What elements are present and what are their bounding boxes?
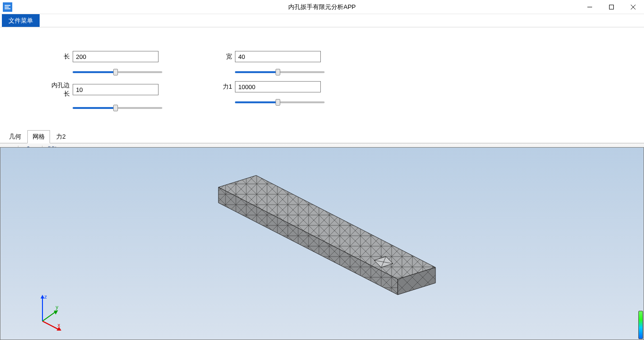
force1-input[interactable] — [235, 81, 321, 92]
tab-mesh[interactable]: 网格 — [27, 130, 50, 143]
param-row: 长 宽 — [9, 51, 635, 75]
parameter-panel: 长 宽 内孔边长 — [0, 27, 644, 131]
maximize-button[interactable] — [601, 0, 622, 14]
param-length: 长 — [47, 51, 162, 75]
svg-rect-1 — [5, 7, 9, 8]
svg-text:y: y — [56, 304, 59, 310]
tab-geometry[interactable]: 几何 — [4, 130, 26, 143]
axis-gizmo: z x y — [33, 293, 66, 331]
file-menu[interactable]: 文件菜单 — [2, 14, 40, 27]
svg-text:x: x — [58, 322, 60, 328]
3d-viewport[interactable]: z x y — [0, 147, 644, 340]
svg-text:z: z — [44, 294, 47, 299]
viewport-container: z x y — [0, 147, 644, 340]
window-title: 内孔扳手有限元分析APP — [288, 3, 356, 11]
close-button[interactable] — [622, 0, 644, 14]
svg-rect-0 — [5, 5, 10, 6]
param-hole-edge: 内孔边长 — [47, 81, 162, 111]
svg-line-32 — [42, 321, 59, 330]
minimize-button[interactable] — [579, 0, 601, 14]
length-input[interactable] — [73, 51, 159, 62]
window-controls — [579, 0, 644, 14]
hole-edge-input[interactable] — [73, 84, 159, 95]
length-label: 长 — [47, 52, 73, 61]
param-force1: 力1 — [209, 81, 325, 111]
mesh-model — [200, 168, 445, 319]
svg-rect-2 — [5, 8, 10, 9]
length-slider[interactable] — [73, 69, 162, 75]
app-icon — [3, 2, 12, 12]
param-row: 内孔边长 力1 — [9, 81, 635, 111]
view-tabs: 几何 网格 力2 — [0, 131, 644, 143]
menubar: 文件菜单 — [0, 14, 644, 27]
svg-line-35 — [42, 312, 56, 321]
width-input[interactable] — [235, 51, 321, 62]
force1-slider[interactable] — [235, 99, 325, 106]
svg-marker-30 — [41, 295, 44, 299]
width-label: 宽 — [209, 52, 235, 61]
hole-edge-label: 内孔边长 — [47, 81, 73, 98]
svg-marker-23 — [218, 175, 435, 279]
svg-rect-4 — [610, 5, 614, 9]
tab-force2[interactable]: 力2 — [51, 130, 71, 143]
hole-edge-slider[interactable] — [73, 105, 162, 111]
titlebar: 内孔扳手有限元分析APP — [0, 0, 644, 14]
param-width: 宽 — [209, 51, 325, 75]
width-slider[interactable] — [235, 69, 325, 75]
force1-label: 力1 — [209, 83, 235, 91]
color-scale-icon — [638, 311, 643, 339]
